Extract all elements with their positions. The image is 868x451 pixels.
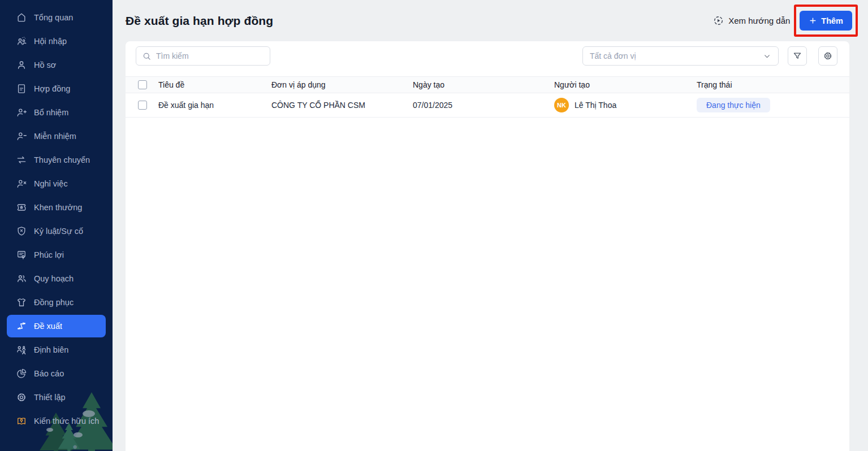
gear-icon [823,51,833,61]
sidebar-item-khen-thuong[interactable]: Khen thưởng [7,196,106,219]
sidebar: Tổng quan Hội nhập Hồ sơ Hợp đồng [0,0,113,451]
column-header-status: Trạng thái [697,80,849,89]
pie-chart-icon [16,368,27,379]
person-icon [16,59,27,71]
sidebar-item-label: Thuyên chuyển [34,155,90,164]
sidebar-item-label: Kỷ luật/Sự cố [34,227,83,236]
sidebar-item-label: Hội nhập [34,37,67,46]
sidebar-item-label: Kiến thức hữu ích [34,417,99,426]
shield-x-icon [16,226,27,237]
home-icon [16,12,27,23]
snowflake-glyph: ❅ [72,444,77,451]
table-row[interactable]: Đề xuất gia hạn CÔNG TY CỔ PHẦN CSM 07/0… [126,93,849,118]
onboarding-people-icon [16,36,27,47]
main-area: Đề xuất gia hạn hợp đồng Xem hướng dẫn T… [113,0,868,451]
creator-avatar: NK [554,98,569,112]
sidebar-item-mien-nhiem[interactable]: Miễn nhiệm [7,125,106,148]
page-title: Đề xuất gia hạn hợp đồng [126,14,273,28]
sidebar-item-kien-thuc[interactable]: Kiến thức hữu ích [7,410,106,432]
people-planning-icon [16,273,27,284]
sidebar-item-label: Hồ sơ [34,60,56,70]
transfer-arrows-icon [16,154,27,166]
award-ticket-icon [16,202,27,213]
page-header: Đề xuất gia hạn hợp đồng Xem hướng dẫn T… [113,0,868,41]
sidebar-item-label: Miễn nhiệm [34,132,76,141]
unit-filter-value: Tất cả đơn vị [590,51,636,60]
view-guide-label: Xem hướng dẫn [728,16,790,25]
row-unit: CÔNG TY CỔ PHẦN CSM [271,101,413,110]
person-plus-icon [16,107,27,118]
sidebar-item-label: Đề xuất [34,322,62,331]
search-icon [142,51,152,61]
search-box [136,46,270,66]
headcount-org-icon [16,344,27,355]
play-circle-icon [713,15,724,26]
sidebar-item-label: Báo cáo [34,369,64,378]
sidebar-item-bao-cao[interactable]: Báo cáo [7,362,106,385]
table-settings-button[interactable] [818,46,837,66]
sidebar-item-label: Tổng quan [34,13,73,22]
column-header-title: Tiêu đề [158,80,271,89]
sidebar-nav: Tổng quan Hội nhập Hồ sơ Hợp đồng [0,0,113,432]
column-header-creator: Người tạo [554,80,697,89]
person-minus-icon [16,131,27,142]
sidebar-item-label: Đồng phục [34,298,74,307]
search-input[interactable] [156,51,264,60]
sidebar-item-label: Thiết lập [34,393,66,402]
sidebar-item-dinh-bien[interactable]: Định biên [7,339,106,361]
sidebar-item-hoi-nhap[interactable]: Hội nhập [7,30,106,53]
column-header-created-date: Ngày tạo [413,80,554,89]
sidebar-item-label: Nghỉ việc [34,179,68,188]
benefit-card-icon [16,249,27,261]
add-button[interactable]: Thêm [800,11,852,31]
row-checkbox[interactable] [138,101,147,110]
list-toolbar: Tất cả đơn vị [126,41,849,76]
snow-blob [74,432,83,437]
gear-icon [16,392,27,403]
tshirt-icon [16,297,27,308]
add-button-label: Thêm [821,16,843,25]
column-header-unit: Đơn vị áp dụng [271,80,413,89]
sidebar-item-quy-hoach[interactable]: Quy hoạch [7,267,106,290]
sidebar-item-label: Phúc lợi [34,250,64,259]
creator-name: Lê Thị Thoa [575,101,616,110]
app-root: Tổng quan Hội nhập Hồ sơ Hợp đồng [0,0,868,451]
filter-button[interactable] [788,46,807,66]
contract-document-icon [16,83,27,94]
sidebar-item-nghi-viec[interactable]: Nghỉ việc [7,172,106,195]
status-badge: Đang thực hiện [697,98,770,112]
sidebar-item-ky-luat[interactable]: Kỷ luật/Sự cố [7,220,106,242]
sidebar-item-label: Khen thưởng [34,203,82,212]
sidebar-item-ho-so[interactable]: Hồ sơ [7,54,106,76]
sidebar-item-bo-nhiem[interactable]: Bổ nhiệm [7,101,106,124]
sidebar-item-label: Quy hoạch [34,274,74,283]
row-title: Đề xuất gia hạn [158,101,271,110]
view-guide-link[interactable]: Xem hướng dẫn [713,15,790,26]
sidebar-item-label: Hợp đồng [34,84,70,93]
sidebar-item-phuc-loi[interactable]: Phúc lợi [7,244,106,266]
chevron-down-icon [763,52,771,60]
sidebar-item-dong-phuc[interactable]: Đồng phục [7,291,106,314]
plus-icon [809,16,817,25]
sidebar-item-thuyen-chuyen[interactable]: Thuyên chuyển [7,149,106,171]
sidebar-item-thiet-lap[interactable]: Thiết lập [7,386,106,409]
annotation-highlight-box: Thêm [794,5,858,37]
proposal-flow-icon [16,320,27,332]
row-created-date: 07/01/2025 [413,101,554,110]
funnel-icon [792,51,802,61]
content-card: Tất cả đơn vị Tiêu đề Đơn vị áp dụng Ngà… [126,41,849,451]
table-header: Tiêu đề Đơn vị áp dụng Ngày tạo Người tạ… [126,76,849,93]
unit-filter-select[interactable]: Tất cả đơn vị [582,46,779,66]
sidebar-item-hop-dong[interactable]: Hợp đồng [7,77,106,100]
select-all-checkbox[interactable] [138,80,147,89]
sidebar-item-label: Bổ nhiệm [34,108,68,117]
sidebar-item-de-xuat[interactable]: Đề xuất [7,315,106,337]
knowledge-book-icon [16,415,27,427]
sidebar-item-label: Định biên [34,345,68,354]
person-x-icon [16,178,27,189]
sidebar-item-tong-quan[interactable]: Tổng quan [7,6,106,29]
